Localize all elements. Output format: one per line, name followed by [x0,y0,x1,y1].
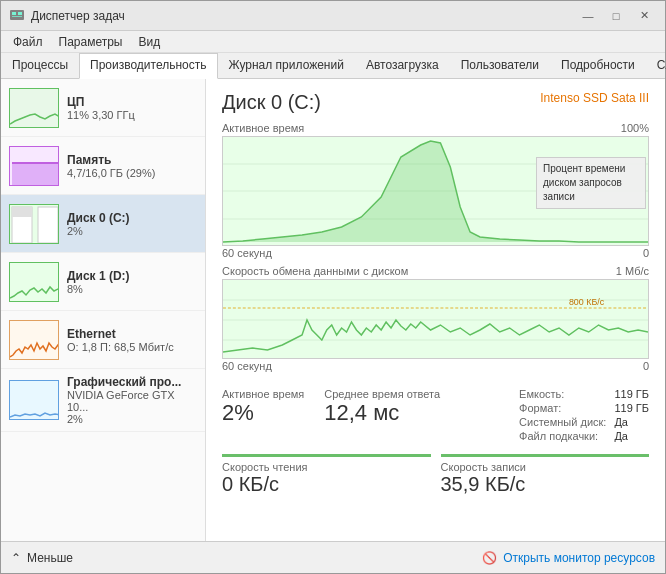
ethernet-label: Ethernet [67,327,197,341]
format-value: 119 ГБ [614,402,649,414]
ethernet-value: О: 1,8 П: 68,5 Мбит/с [67,341,197,353]
sidebar-item-gpu[interactable]: Графический про... NVIDIA GeForce GTX 10… [1,369,205,432]
chart-tooltip: Процент времени диском запросов записи [536,157,646,209]
minimize-button[interactable]: — [575,6,601,26]
svg-rect-1 [12,12,16,15]
cpu-info: ЦП 11% 3,30 ГГц [67,95,197,121]
disk1-mini-chart [10,263,59,302]
active-time-stat: Активное время 2% [222,388,304,442]
main-content: ЦП 11% 3,30 ГГц Память 4,7/16,0 ГБ (29%) [1,79,665,541]
maximize-button[interactable]: □ [603,6,629,26]
bottom-chart-svg: 800 КБ/с [223,280,648,359]
svg-rect-17 [223,280,648,359]
open-monitor-button[interactable]: 🚫 Открыть монитор ресурсов [482,551,655,565]
svg-rect-3 [12,16,22,17]
bottom-bar: ⌃ Меньше 🚫 Открыть монитор ресурсов [1,541,665,573]
tab-services[interactable]: Службы [646,53,666,78]
pagefile-label: Файл подкачки: [519,430,606,442]
top-chart-time-label: 60 секунд [222,247,272,259]
bottom-chart-section: Скорость обмена данными с диском 1 Мб/с … [222,265,649,372]
memory-value: 4,7/16,0 ГБ (29%) [67,167,197,179]
monitor-icon: 🚫 [482,551,497,565]
system-value: Да [614,416,649,428]
svg-rect-8 [38,207,58,243]
tabs-bar: Процессы Производительность Журнал прило… [1,53,665,79]
svg-rect-5 [12,162,58,164]
top-chart-time-zero: 0 [643,247,649,259]
detail-brand: Intenso SSD Sata III [540,91,649,105]
pagefile-value: Да [614,430,649,442]
active-time-value: 2% [222,400,304,426]
top-chart-pct: 100% [621,122,649,134]
tab-performance[interactable]: Производительность [79,53,217,79]
menu-file[interactable]: Файл [5,33,51,51]
capacity-value: 119 ГБ [614,388,649,400]
disk1-info: Диск 1 (D:) 8% [67,269,197,295]
format-label: Формат: [519,402,606,414]
sidebar-item-ethernet[interactable]: Ethernet О: 1,8 П: 68,5 Мбит/с [1,311,205,369]
write-speed-block: Скорость записи 35,9 КБ/с [441,454,650,496]
disk0-label: Диск 0 (C:) [67,211,197,225]
menu-options[interactable]: Параметры [51,33,131,51]
bottom-chart-time-row: 60 секунд 0 [222,360,649,372]
read-speed-value: 0 КБ/с [222,473,431,496]
menu-bar: Файл Параметры Вид [1,31,665,53]
ethernet-thumb [9,320,59,360]
stats-right: Емкость: 119 ГБ Формат: 119 ГБ Системный… [519,388,649,442]
cpu-value: 11% 3,30 ГГц [67,109,197,121]
svg-rect-2 [18,12,22,15]
read-speed-block: Скорость чтения 0 КБ/с [222,454,431,496]
cpu-thumb [9,88,59,128]
sidebar-item-disk1[interactable]: Диск 1 (D:) 8% [1,253,205,311]
sidebar-item-cpu[interactable]: ЦП 11% 3,30 ГГц [1,79,205,137]
bottom-chart-time-label: 60 секунд [222,360,272,372]
read-speed-label: Скорость чтения [222,461,431,473]
ethernet-mini-chart [10,321,59,360]
write-speed-value: 35,9 КБ/с [441,473,650,496]
memory-label: Память [67,153,197,167]
ethernet-info: Ethernet О: 1,8 П: 68,5 Мбит/с [67,327,197,353]
menu-view[interactable]: Вид [130,33,168,51]
cpu-mini-chart [10,89,59,128]
disk0-info: Диск 0 (C:) 2% [67,211,197,237]
active-time-label: Активное время [222,388,304,400]
tab-details[interactable]: Подробности [550,53,646,78]
response-time-value: 12,4 мс [324,400,440,426]
app-icon [9,8,25,24]
bottom-chart-value: 1 Мб/с [616,265,649,277]
gpu-info: Графический про... NVIDIA GeForce GTX 10… [67,375,197,425]
sidebar: ЦП 11% 3,30 ГГц Память 4,7/16,0 ГБ (29%) [1,79,206,541]
detail-header: Диск 0 (C:) Intenso SSD Sata III [222,91,649,114]
system-label: Системный диск: [519,416,606,428]
svg-rect-10 [10,263,59,302]
disk0-value: 2% [67,225,197,237]
detail-panel: Диск 0 (C:) Intenso SSD Sata III Активно… [206,79,665,541]
top-chart-section: Активное время 100% Процент времени [222,122,649,259]
memory-thumb [9,146,59,186]
gpu-label: Графический про... [67,375,197,389]
sidebar-item-memory[interactable]: Память 4,7/16,0 ГБ (29%) [1,137,205,195]
tab-app-history[interactable]: Журнал приложений [218,53,355,78]
disk1-thumb [9,262,59,302]
title-bar-left: Диспетчер задач [9,8,125,24]
less-button[interactable]: ⌃ Меньше [11,551,73,565]
tab-startup[interactable]: Автозагрузка [355,53,450,78]
task-manager-window: Диспетчер задач — □ ✕ Файл Параметры Вид… [0,0,666,574]
top-chart-label-row: Активное время 100% [222,122,649,134]
bottom-chart: 800 КБ/с [222,279,649,359]
tab-processes[interactable]: Процессы [1,53,79,78]
disk1-label: Диск 1 (D:) [67,269,197,283]
disk1-value: 8% [67,283,197,295]
top-chart-label: Активное время [222,122,304,134]
sidebar-item-disk0[interactable]: Диск 0 (C:) 2% [1,195,205,253]
tab-users[interactable]: Пользователи [450,53,550,78]
write-speed-label: Скорость записи [441,461,650,473]
svg-rect-11 [10,321,59,360]
response-time-label: Среднее время ответа [324,388,440,400]
disk0-mini-chart [10,205,59,244]
close-button[interactable]: ✕ [631,6,657,26]
gpu-mini-chart [10,381,59,420]
window-title: Диспетчер задач [31,9,125,23]
svg-text:800 КБ/с: 800 КБ/с [569,297,605,307]
monitor-label: Открыть монитор ресурсов [503,551,655,565]
